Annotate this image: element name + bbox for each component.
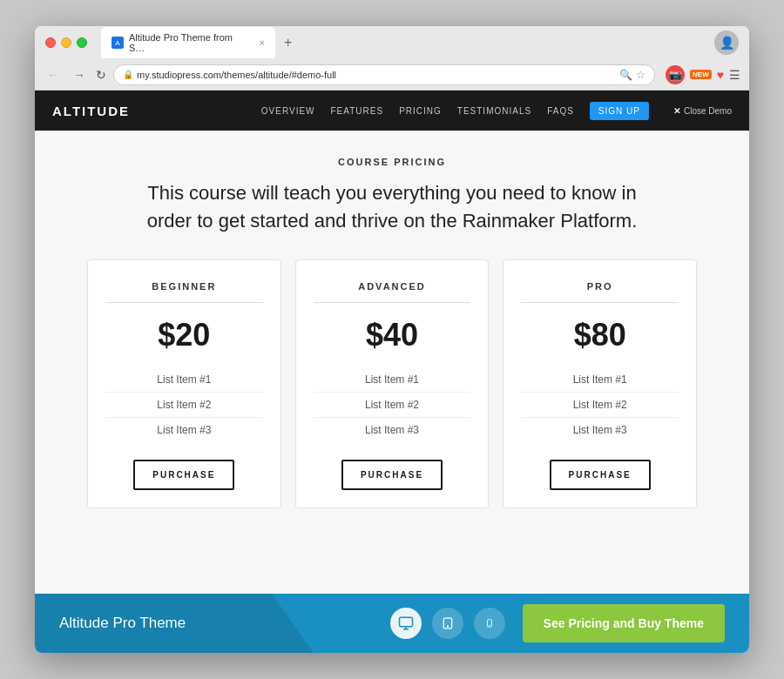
purchase-button-pro[interactable]: PURCHASE bbox=[550, 460, 651, 490]
purchase-button-advanced[interactable]: PURCHASE bbox=[341, 460, 443, 490]
address-bar: ← → ↻ 🔒 my.studiopress.com/themes/altitu… bbox=[35, 59, 749, 91]
tab-favicon: A bbox=[112, 37, 124, 49]
pricing-card-beginner: BEGINNER $20 List Item #1 List Item #2 L… bbox=[87, 259, 281, 508]
pricing-card-advanced: ADVANCED $40 List Item #1 List Item #2 L… bbox=[295, 259, 490, 508]
url-bar[interactable]: 🔒 my.studiopress.com/themes/altitude/#de… bbox=[113, 64, 655, 85]
list-item: List Item #1 bbox=[314, 367, 471, 393]
card-price-pro: $80 bbox=[574, 317, 626, 353]
menu-icon[interactable]: ☰ bbox=[729, 68, 740, 82]
card-tier-beginner: BEGINNER bbox=[152, 281, 216, 292]
list-item: List Item #1 bbox=[105, 367, 263, 393]
list-item: List Item #2 bbox=[314, 393, 471, 418]
back-button[interactable]: ← bbox=[44, 66, 63, 84]
nav-testimonials[interactable]: TESTIMONIALS bbox=[457, 106, 531, 116]
refresh-button[interactable]: ↻ bbox=[96, 68, 106, 82]
nav-signup[interactable]: SIGN UP bbox=[590, 102, 649, 120]
pricing-card-pro: PRO $80 List Item #1 List Item #2 List I… bbox=[503, 259, 697, 508]
card-tier-advanced: ADVANCED bbox=[358, 281, 426, 292]
svg-point-4 bbox=[489, 625, 490, 626]
forward-button[interactable]: → bbox=[70, 66, 89, 84]
card-items-beginner: List Item #1 List Item #2 List Item #3 bbox=[105, 367, 263, 442]
desktop-icon[interactable] bbox=[390, 608, 422, 639]
close-x-icon: ✕ bbox=[673, 106, 680, 116]
card-items-pro: List Item #1 List Item #2 List Item #3 bbox=[521, 367, 679, 442]
card-tier-pro: PRO bbox=[587, 281, 613, 292]
device-icons bbox=[390, 608, 505, 639]
list-item: List Item #2 bbox=[521, 393, 679, 418]
section-label: COURSE PRICING bbox=[70, 157, 714, 167]
list-item: List Item #3 bbox=[105, 418, 263, 442]
card-price-beginner: $20 bbox=[158, 317, 210, 353]
tablet-icon[interactable] bbox=[432, 608, 463, 639]
new-badge: NEW bbox=[690, 70, 712, 79]
list-item: List Item #2 bbox=[105, 393, 263, 418]
nav-overview[interactable]: OVERVIEW bbox=[261, 106, 315, 116]
search-icon[interactable]: 🔍 bbox=[619, 69, 632, 81]
nav-features[interactable]: FEATURES bbox=[331, 106, 384, 116]
traffic-lights bbox=[45, 37, 87, 48]
section-headline: This course will teach you everything yo… bbox=[131, 179, 653, 235]
heart-icon[interactable]: ♥ bbox=[717, 68, 724, 82]
main-content: COURSE PRICING This course will teach yo… bbox=[35, 131, 749, 653]
bottom-theme-name: Altitude Pro Theme bbox=[59, 615, 186, 632]
close-button[interactable] bbox=[45, 37, 56, 48]
purchase-button-beginner[interactable]: PURCHASE bbox=[133, 460, 234, 490]
list-item: List Item #3 bbox=[521, 418, 679, 442]
list-item: List Item #3 bbox=[314, 418, 471, 442]
svg-rect-0 bbox=[399, 617, 412, 627]
site-nav: ALTITUDE OVERVIEW FEATURES PRICING TESTI… bbox=[35, 91, 749, 131]
card-price-advanced: $40 bbox=[366, 317, 418, 353]
browser-toolbar-icons: 📷 NEW ♥ ☰ bbox=[666, 65, 740, 84]
browser-tab[interactable]: A Altitude Pro Theme from S… × bbox=[101, 27, 275, 58]
close-demo-label: Close Demo bbox=[684, 106, 732, 116]
maximize-button[interactable] bbox=[77, 37, 87, 48]
close-demo-button[interactable]: ✕ Close Demo bbox=[673, 106, 732, 116]
new-tab-button[interactable]: + bbox=[279, 35, 297, 50]
svg-point-2 bbox=[447, 626, 448, 627]
mobile-icon[interactable] bbox=[474, 608, 505, 639]
nav-pricing[interactable]: PRICING bbox=[399, 106, 442, 116]
site-logo: ALTITUDE bbox=[52, 104, 130, 118]
tab-bar: A Altitude Pro Theme from S… × + bbox=[101, 27, 707, 58]
bookmark-icon[interactable]: ☆ bbox=[636, 69, 645, 81]
tab-close-icon[interactable]: × bbox=[260, 37, 265, 48]
lock-icon: 🔒 bbox=[123, 70, 133, 79]
list-item: List Item #1 bbox=[521, 367, 679, 393]
nav-links: OVERVIEW FEATURES PRICING TESTIMONIALS F… bbox=[261, 102, 732, 120]
card-items-advanced: List Item #1 List Item #2 List Item #3 bbox=[314, 367, 471, 442]
card-divider bbox=[105, 302, 263, 303]
minimize-button[interactable] bbox=[61, 37, 71, 48]
browser-window: A Altitude Pro Theme from S… × + 👤 ← → ↻… bbox=[35, 26, 749, 653]
pricing-cards: BEGINNER $20 List Item #1 List Item #2 L… bbox=[87, 259, 697, 508]
bottom-bar: Altitude Pro Theme See Pricing and Buy T… bbox=[35, 594, 749, 653]
nav-faqs[interactable]: FAQS bbox=[547, 106, 574, 116]
url-text: my.studiopress.com/themes/altitude/#demo… bbox=[137, 70, 616, 80]
title-bar: A Altitude Pro Theme from S… × + 👤 bbox=[35, 26, 749, 59]
see-pricing-buy-theme-button[interactable]: See Pricing and Buy Theme bbox=[523, 604, 725, 642]
camera-icon[interactable]: 📷 bbox=[666, 65, 685, 84]
card-divider bbox=[521, 302, 679, 303]
card-divider bbox=[314, 302, 471, 303]
tab-title: Altitude Pro Theme from S… bbox=[129, 32, 251, 53]
user-avatar[interactable]: 👤 bbox=[714, 30, 739, 55]
site-content: ALTITUDE OVERVIEW FEATURES PRICING TESTI… bbox=[35, 91, 749, 653]
pricing-section: COURSE PRICING This course will teach yo… bbox=[35, 131, 749, 594]
